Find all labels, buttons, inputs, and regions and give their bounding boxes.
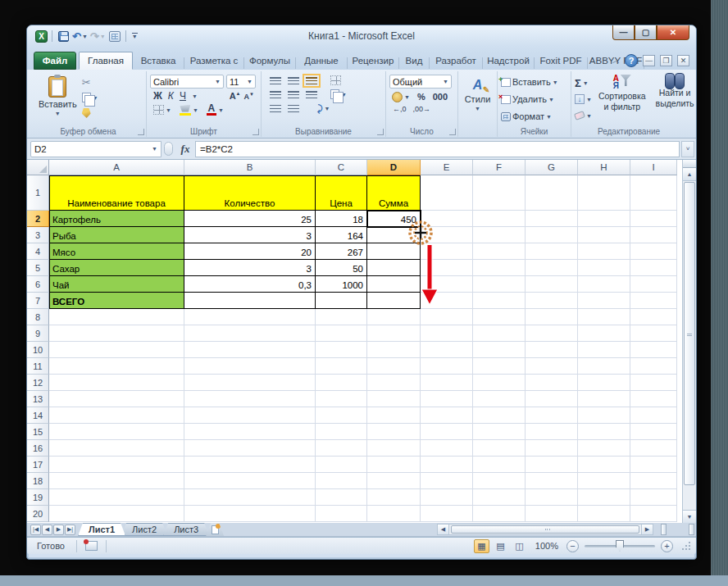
cell-H3[interactable] bbox=[578, 227, 630, 243]
cell-D3[interactable] bbox=[367, 227, 421, 243]
cell-B10[interactable] bbox=[184, 342, 316, 358]
formula-input[interactable]: =B2*C2 bbox=[195, 141, 680, 157]
cell-F4[interactable] bbox=[473, 243, 526, 260]
cell-I4[interactable] bbox=[630, 243, 677, 260]
column-header-H[interactable]: H bbox=[578, 160, 630, 175]
cell-A12[interactable] bbox=[49, 375, 184, 391]
cell-E2[interactable] bbox=[421, 211, 473, 227]
cell-A19[interactable] bbox=[49, 489, 184, 506]
cell-G16[interactable] bbox=[526, 440, 578, 457]
minimize-button[interactable]: — bbox=[612, 25, 635, 40]
cell-F15[interactable] bbox=[473, 424, 526, 440]
dialog-launcher-icon[interactable] bbox=[449, 129, 456, 135]
zoom-out-button[interactable]: − bbox=[566, 540, 579, 552]
grow-font-button[interactable]: А▲ bbox=[230, 91, 241, 101]
first-sheet-icon[interactable]: |◀ bbox=[30, 525, 41, 535]
cell-B9[interactable] bbox=[184, 325, 316, 342]
cell-H5[interactable] bbox=[578, 260, 630, 276]
scroll-left-icon[interactable]: ◀ bbox=[437, 524, 449, 535]
row-header-20[interactable]: 20 bbox=[27, 506, 49, 522]
column-header-E[interactable]: E bbox=[421, 160, 473, 175]
zoom-slider[interactable] bbox=[585, 545, 655, 547]
namebox-resize-handle[interactable] bbox=[164, 142, 173, 156]
cell-A2[interactable]: Картофель bbox=[49, 211, 184, 227]
cell-H14[interactable] bbox=[578, 407, 630, 424]
column-header-A[interactable]: A bbox=[49, 160, 184, 175]
cell-D10[interactable] bbox=[367, 342, 421, 358]
cell-E6[interactable] bbox=[421, 276, 473, 293]
autosum-button[interactable]: Σ▼ bbox=[575, 76, 592, 89]
cell-D4[interactable] bbox=[367, 243, 421, 260]
row-header-9[interactable]: 9 bbox=[27, 325, 49, 342]
cell-E15[interactable] bbox=[421, 424, 473, 440]
bold-button[interactable]: Ж bbox=[153, 90, 162, 102]
doc-restore-button[interactable]: ❐ bbox=[660, 55, 672, 66]
cell-H19[interactable] bbox=[578, 489, 630, 506]
cell-H2[interactable] bbox=[578, 211, 630, 227]
cell-C17[interactable] bbox=[316, 457, 367, 473]
cell-I17[interactable] bbox=[630, 457, 677, 473]
cell-I16[interactable] bbox=[630, 440, 677, 457]
decrease-indent-button[interactable] bbox=[270, 105, 281, 112]
fill-button[interactable]: ↓▼ bbox=[575, 93, 592, 106]
cell-C11[interactable] bbox=[316, 358, 367, 375]
cell-C18[interactable] bbox=[316, 473, 367, 489]
cell-B4[interactable]: 20 bbox=[184, 243, 316, 260]
cell-E12[interactable] bbox=[421, 375, 473, 391]
cell-G15[interactable] bbox=[526, 424, 578, 440]
row-header-13[interactable]: 13 bbox=[27, 391, 49, 407]
insert-function-button[interactable]: fx bbox=[175, 141, 195, 157]
name-box[interactable]: D2▼ bbox=[30, 141, 162, 157]
hscroll-thumb[interactable] bbox=[451, 525, 639, 534]
cell-A15[interactable] bbox=[49, 424, 184, 440]
sort-filter-button[interactable]: АЯ Сортировка и фильтр bbox=[595, 73, 649, 122]
borders-button[interactable]: ▼ bbox=[153, 103, 171, 116]
cell-H17[interactable] bbox=[578, 457, 630, 473]
cell-G12[interactable] bbox=[526, 375, 578, 391]
ribbon-tab-рецензир[interactable]: Рецензир bbox=[348, 52, 398, 70]
cell-G17[interactable] bbox=[526, 457, 578, 473]
cell-G6[interactable] bbox=[526, 276, 578, 293]
ribbon-tab-данные[interactable]: Данные bbox=[296, 52, 347, 70]
cell-D16[interactable] bbox=[367, 440, 421, 457]
cell-F17[interactable] bbox=[473, 457, 526, 473]
row-header-14[interactable]: 14 bbox=[27, 407, 49, 424]
cell-I18[interactable] bbox=[630, 473, 677, 489]
cell-F12[interactable] bbox=[473, 375, 526, 391]
align-top-button[interactable] bbox=[270, 77, 281, 84]
cell-B18[interactable] bbox=[184, 473, 316, 489]
cell-H16[interactable] bbox=[578, 440, 630, 457]
cell-D6[interactable] bbox=[367, 276, 421, 293]
row-header-2[interactable]: 2 bbox=[27, 211, 49, 227]
cell-F13[interactable] bbox=[473, 391, 526, 407]
cell-F1[interactable] bbox=[473, 175, 526, 211]
cell-B16[interactable] bbox=[184, 440, 316, 457]
cell-A18[interactable] bbox=[49, 473, 184, 489]
row-header-19[interactable]: 19 bbox=[27, 489, 49, 506]
cell-E14[interactable] bbox=[421, 407, 473, 424]
cell-A10[interactable] bbox=[49, 342, 184, 358]
cell-A8[interactable] bbox=[49, 309, 184, 325]
ribbon-tab-формулы[interactable]: Формулы bbox=[244, 52, 295, 70]
ribbon-tab-foxit-pdf[interactable]: Foxit PDF bbox=[535, 52, 587, 70]
column-header-B[interactable]: B bbox=[184, 160, 316, 175]
cell-C16[interactable] bbox=[316, 440, 367, 457]
cell-C20[interactable] bbox=[316, 506, 367, 522]
cell-A5[interactable]: Сахар bbox=[49, 260, 184, 276]
cell-D17[interactable] bbox=[367, 457, 421, 473]
cell-C14[interactable] bbox=[316, 407, 367, 424]
cell-B20[interactable] bbox=[184, 506, 316, 522]
cell-C1[interactable]: Цена bbox=[316, 175, 367, 211]
scroll-down-icon[interactable]: ▼ bbox=[683, 510, 696, 523]
cell-C4[interactable]: 267 bbox=[316, 243, 367, 260]
row-header-1[interactable]: 1 bbox=[27, 175, 49, 211]
split-handle[interactable] bbox=[683, 160, 696, 168]
cell-H1[interactable] bbox=[578, 175, 630, 211]
normal-view-button[interactable]: ▦ bbox=[474, 539, 489, 553]
cell-G5[interactable] bbox=[526, 260, 578, 276]
doc-close-button[interactable]: ✕ bbox=[677, 55, 689, 66]
restore-button[interactable]: ▢ bbox=[635, 25, 657, 40]
cell-G20[interactable] bbox=[526, 506, 578, 522]
cell-E10[interactable] bbox=[421, 342, 473, 358]
cell-F14[interactable] bbox=[473, 407, 526, 424]
